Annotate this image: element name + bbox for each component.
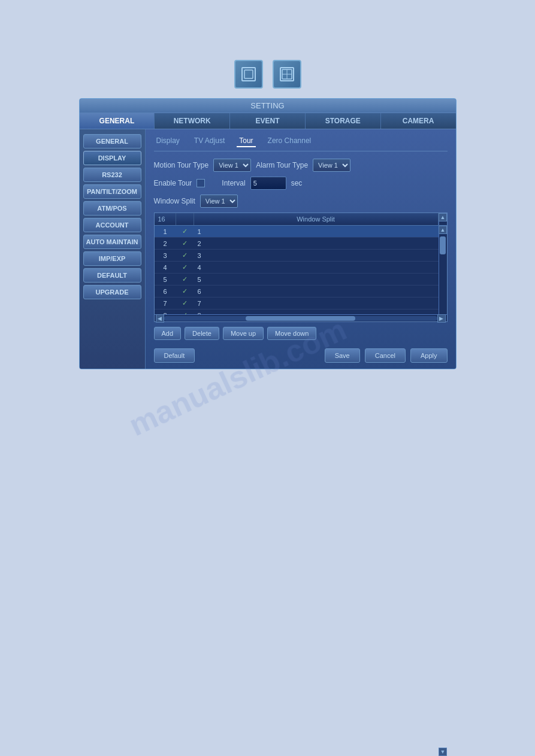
cell-check: ✓ — [176, 309, 194, 314]
window-split-select[interactable]: View 1 — [200, 195, 238, 208]
form-row-window-split: Window Split View 1 — [154, 195, 448, 208]
tab-network[interactable]: NETWORK — [155, 113, 230, 129]
v-scrollbar[interactable]: ▲ — [439, 213, 447, 225]
sidebar-item-upgrade[interactable]: UPGRADE — [83, 285, 141, 299]
cell-num: 5 — [155, 274, 176, 285]
cell-num: 1 — [155, 226, 176, 237]
cell-split: 2 — [194, 238, 439, 249]
tab-general[interactable]: GENERAL — [80, 113, 155, 129]
cell-num: 6 — [155, 286, 176, 297]
alarm-tour-type-select[interactable]: View 1 — [313, 159, 350, 172]
table-row[interactable]: 4 ✓ 4 — [155, 262, 439, 274]
tab-event[interactable]: EVENT — [230, 113, 306, 129]
sidebar-item-auto-maintain[interactable]: AUTO MAINTAIN — [83, 235, 141, 249]
cell-num: 4 — [155, 262, 176, 273]
cell-check: ✓ — [176, 286, 194, 297]
form-row-tour-type: Motion Tour Type View 1 Alarm Tour Type … — [154, 159, 448, 172]
interval-input[interactable] — [250, 177, 286, 190]
table-row[interactable]: 8 ✓ 8 — [155, 309, 439, 314]
sub-tabs: Display TV Adjust Tour Zero Channel — [154, 135, 448, 151]
cell-num: 3 — [155, 250, 176, 261]
scroll-left-btn[interactable]: ◀ — [156, 314, 164, 323]
col-check — [176, 213, 194, 225]
window-icon-2[interactable] — [273, 60, 301, 89]
tab-camera[interactable]: CAMERA — [381, 113, 456, 129]
apply-button[interactable]: Apply — [410, 348, 448, 363]
alarm-tour-type-label: Alarm Tour Type — [256, 161, 308, 169]
sidebar-item-account[interactable]: ACCOUNT — [83, 218, 141, 232]
motion-tour-type-select[interactable]: View 1 — [213, 159, 251, 172]
delete-button[interactable]: Delete — [185, 327, 219, 340]
sidebar: GENERAL DISPLAY RS232 PAN/TILT/ZOOM ATM/… — [80, 129, 146, 369]
table-row[interactable]: 2 ✓ 2 — [155, 238, 439, 250]
col-num: 16 — [155, 213, 176, 225]
enable-tour-checkbox[interactable] — [197, 179, 205, 187]
interval-unit: sec — [291, 179, 303, 187]
add-button[interactable]: Add — [154, 327, 182, 340]
table-body-wrapper: 1 ✓ 1 2 ✓ 2 3 — [155, 226, 447, 314]
move-down-button[interactable]: Move down — [267, 327, 316, 340]
main-panel: SETTING GENERAL NETWORK EVENT STORAGE CA… — [79, 98, 457, 369]
channel-table: 16 Window Split ▲ 1 ✓ — [154, 212, 448, 322]
cell-split: 4 — [194, 262, 439, 273]
cancel-button[interactable]: Cancel — [365, 348, 406, 363]
vertical-scrollbar[interactable]: ▲ ▼ — [439, 226, 447, 314]
cell-split: 8 — [194, 310, 439, 315]
cell-split: 1 — [194, 226, 439, 237]
scroll-up-btn[interactable]: ▲ — [439, 226, 447, 234]
cell-num: 2 — [155, 238, 176, 249]
sidebar-item-rs232[interactable]: RS232 — [83, 168, 141, 182]
horizontal-scrollbar[interactable]: ◀ ▶ — [155, 314, 447, 321]
cell-check: ✓ — [176, 262, 194, 273]
default-button[interactable]: Default — [154, 348, 195, 363]
sidebar-item-default[interactable]: DEFAULT — [83, 268, 141, 283]
table-header: 16 Window Split ▲ — [155, 213, 447, 226]
table-row[interactable]: 6 ✓ 6 — [155, 286, 439, 297]
sidebar-item-imp-exp[interactable]: IMP/EXP — [83, 251, 141, 266]
cell-split: 7 — [194, 298, 439, 309]
enable-tour-label: Enable Tour — [154, 179, 192, 187]
subtab-tv-adjust[interactable]: TV Adjust — [192, 135, 227, 147]
tab-storage[interactable]: STORAGE — [306, 113, 381, 129]
move-up-button[interactable]: Move up — [223, 327, 264, 340]
sidebar-item-display[interactable]: DISPLAY — [83, 151, 141, 165]
subtab-display[interactable]: Display — [154, 135, 182, 147]
window-split-label: Window Split — [154, 197, 195, 205]
interval-label: Interval — [222, 179, 245, 187]
col-split-header: Window Split — [194, 213, 439, 225]
form-row-enable-interval: Enable Tour Interval sec — [154, 177, 448, 190]
cell-split: 3 — [194, 250, 439, 261]
save-button[interactable]: Save — [325, 348, 360, 363]
cell-check: ✓ — [176, 250, 194, 261]
sidebar-item-atm[interactable]: ATM/POS — [83, 201, 141, 215]
bottom-buttons: Default Save Cancel Apply — [154, 348, 448, 363]
svg-rect-1 — [244, 70, 253, 78]
cell-check: ✓ — [176, 274, 194, 285]
cell-check: ✓ — [176, 238, 194, 249]
table-body[interactable]: 1 ✓ 1 2 ✓ 2 3 — [155, 226, 439, 314]
cell-split: 6 — [194, 286, 439, 297]
scroll-thumb-h[interactable] — [246, 316, 355, 321]
cell-num: 7 — [155, 298, 176, 309]
nav-tabs: GENERAL NETWORK EVENT STORAGE CAMERA — [80, 113, 456, 129]
setting-title: SETTING — [80, 99, 456, 113]
table-row[interactable]: 1 ✓ 1 — [155, 226, 439, 238]
sidebar-item-general[interactable]: GENERAL — [83, 134, 141, 148]
action-buttons: Add Delete Move up Move down — [154, 327, 448, 340]
content-area: GENERAL DISPLAY RS232 PAN/TILT/ZOOM ATM/… — [80, 129, 456, 369]
table-row[interactable]: 3 ✓ 3 — [155, 250, 439, 262]
window-icon-1[interactable] — [234, 60, 263, 89]
main-content: Display TV Adjust Tour Zero Channel Moti… — [146, 129, 456, 369]
subtab-zero-channel[interactable]: Zero Channel — [265, 135, 314, 147]
table-row[interactable]: 7 ✓ 7 — [155, 297, 439, 309]
sidebar-item-ptz[interactable]: PAN/TILT/ZOOM — [83, 184, 141, 199]
cell-split: 5 — [194, 274, 439, 285]
subtab-tour[interactable]: Tour — [237, 135, 255, 147]
scroll-up-arrow[interactable]: ▲ — [439, 213, 447, 221]
scroll-thumb[interactable] — [440, 236, 446, 254]
scroll-track — [164, 316, 437, 321]
motion-tour-type-label: Motion Tour Type — [154, 161, 209, 169]
cell-check: ✓ — [176, 226, 194, 237]
table-row[interactable]: 5 ✓ 5 — [155, 274, 439, 286]
scroll-right-btn[interactable]: ▶ — [437, 314, 446, 323]
